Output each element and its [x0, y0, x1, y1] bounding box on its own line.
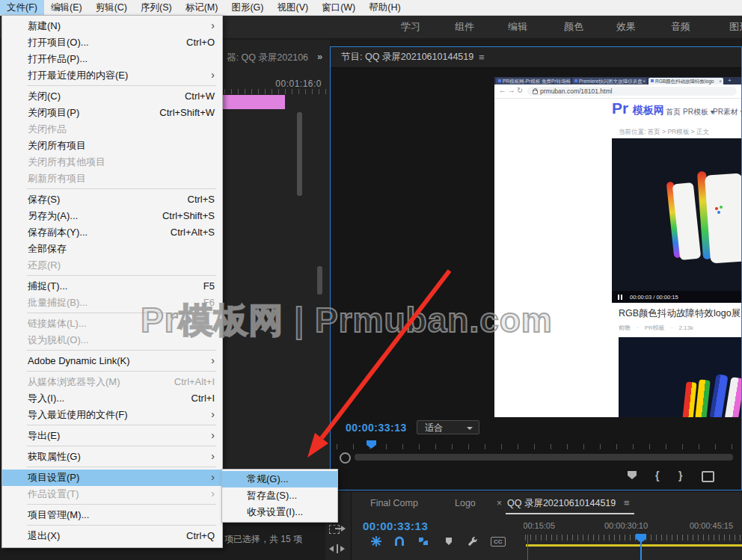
menu-shortcut: Ctrl+S [188, 191, 215, 208]
menu-item-40[interactable]: 退出(X)Ctrl+Q [2, 528, 222, 544]
close-icon[interactable]: × [643, 78, 646, 84]
menu-item-19[interactable]: 捕捉(T)...F5 [2, 278, 222, 295]
linked-selection-icon[interactable] [417, 535, 429, 547]
timeline-tab-1[interactable]: Final Comp [370, 492, 418, 514]
menu-item-3[interactable]: 打开作品(P)... [2, 51, 222, 67]
timeline-ruler[interactable]: 00:00:15:0500:00:30:1000:00:45:15 [524, 520, 742, 533]
menu-item-label: 批量捕捉(B)... [28, 295, 88, 311]
add-marker-icon[interactable] [628, 471, 637, 479]
timeline-tab-2[interactable]: Logo [455, 492, 476, 514]
site-nav-item-2[interactable]: PR模板 ▾ [683, 107, 714, 117]
menu-item-35[interactable]: 项目设置(P)› [2, 470, 222, 486]
marker-icon[interactable] [443, 535, 455, 547]
glitch-art-letter [705, 173, 742, 263]
trim-tool-icon[interactable] [329, 544, 347, 555]
menubar-item-6[interactable]: 图形(G) [224, 0, 270, 15]
menu-item-9[interactable]: 关闭所有项目 [2, 138, 222, 154]
tab-title: RGB颜色抖动故障特效logo [655, 78, 714, 84]
menubar-item-7[interactable]: 视图(V) [270, 0, 315, 15]
menu-separator [27, 425, 216, 425]
close-icon[interactable]: × [497, 492, 502, 514]
menu-item-36[interactable]: 作品设置(T)› [2, 486, 222, 502]
site-nav-item-3[interactable]: PR素材 ▾ [713, 107, 742, 117]
program-mini-ruler[interactable] [337, 444, 736, 449]
new-tab-icon[interactable]: + [728, 77, 732, 84]
menu-item-28[interactable]: 导入(I)...Ctrl+I [2, 390, 222, 407]
menubar-item-2[interactable]: 编辑(E) [44, 0, 89, 15]
zoom-level-select[interactable]: 适合 [417, 420, 479, 434]
menu-item-31[interactable]: 导出(E)› [2, 428, 222, 444]
tab-title: Premiere快闪图文故障仪表盘 [579, 78, 643, 84]
menubar-item-8[interactable]: 窗口(W) [315, 0, 362, 15]
close-icon[interactable]: × [719, 78, 722, 84]
mark-out-icon[interactable]: } [678, 470, 682, 481]
submenu-item-2[interactable]: 暂存盘(S)... [222, 487, 337, 504]
menubar-item-1[interactable]: 文件(F) [0, 0, 44, 15]
site-nav-item-1[interactable]: 首页 [666, 107, 681, 117]
workspace-tab-4[interactable]: 颜色 [564, 16, 583, 38]
menu-item-label: 关闭所有项目 [28, 138, 86, 154]
mark-in-icon[interactable]: { [655, 470, 659, 481]
source-panel-tab[interactable]: 器: QQ 录屏202106 [227, 52, 308, 64]
menu-item-7[interactable]: 关闭项目(P)Ctrl+Shift+W [2, 105, 222, 121]
workspace-tab-3[interactable]: 编辑 [508, 16, 527, 38]
captions-icon[interactable]: CC [491, 537, 506, 547]
panel-overflow-icon[interactable]: » [317, 51, 322, 62]
workspace-tab-6[interactable]: 音频 [671, 16, 690, 38]
submenu-item-1[interactable]: 常规(G)... [222, 471, 337, 487]
scrollbar[interactable] [297, 112, 302, 196]
reload-icon: ↻ [517, 86, 523, 94]
submenu-arrow-icon: › [211, 67, 215, 84]
timeline-timecode: 00:00:33:13 [363, 520, 428, 532]
menu-item-38[interactable]: 项目管理(M)... [2, 507, 222, 523]
submenu-item-3[interactable]: 收录设置(I)... [222, 504, 337, 520]
nest-sequence-icon[interactable] [370, 535, 382, 547]
timeline-tab-3[interactable]: QQ 录屏20210610144519 [507, 492, 616, 514]
menu-item-1[interactable]: 新建(N)› [2, 18, 222, 34]
close-icon[interactable]: × [566, 78, 569, 84]
menu-item-33[interactable]: 获取属性(G)› [2, 449, 222, 465]
menu-item-17[interactable]: 还原(R) [2, 257, 222, 274]
menu-item-14[interactable]: 另存为(A)...Ctrl+Shift+S [2, 208, 222, 224]
menu-item-4[interactable]: 打开最近使用的内容(E)› [2, 67, 222, 84]
scrollbar[interactable] [317, 266, 322, 295]
clip-segment-pink[interactable] [223, 95, 285, 109]
menubar-item-9[interactable]: 帮助(H) [362, 0, 407, 15]
menu-item-2[interactable]: 打开项目(O)...Ctrl+O [2, 34, 222, 51]
menu-separator [27, 504, 216, 505]
work-area-bar[interactable] [526, 544, 742, 547]
project-settings-submenu: 常规(G)...暂存盘(S)...收录设置(I)... [221, 469, 338, 523]
zoom-scroll-handle[interactable] [340, 452, 351, 464]
zoom-scroll-track[interactable] [355, 454, 733, 461]
menu-shortcut: Ctrl+Alt+I [174, 374, 215, 390]
snap-icon[interactable] [393, 535, 405, 547]
workspace-tab-5[interactable]: 效果 [616, 16, 636, 38]
workspace-tab-2[interactable]: 组件 [455, 16, 474, 38]
menubar-item-4[interactable]: 序列(S) [134, 0, 179, 15]
menubar-item-3[interactable]: 剪辑(C) [89, 0, 134, 15]
workspace-tab-7[interactable]: 图形 [729, 16, 742, 38]
menu-item-15[interactable]: 保存副本(Y)...Ctrl+Alt+S [2, 224, 222, 241]
browser-tab-2[interactable]: Premiere快闪图文故障仪表盘× [572, 78, 647, 84]
menu-item-8[interactable]: 关闭作品 [2, 121, 222, 138]
menu-item-10[interactable]: 关闭所有其他项目 [2, 154, 222, 170]
menu-item-16[interactable]: 全部保存 [2, 241, 222, 257]
submenu-item-label: 收录设置(I)... [247, 504, 303, 520]
menu-item-6[interactable]: 关闭(C)Ctrl+W [2, 88, 222, 105]
menubar-item-5[interactable]: 标记(M) [179, 0, 225, 15]
menu-item-29[interactable]: 导入最近使用的文件(F)› [2, 407, 222, 423]
menu-item-25[interactable]: Adobe Dynamic Link(K)› [2, 353, 222, 369]
panel-menu-icon[interactable]: ≡ [479, 47, 485, 67]
export-frame-icon[interactable] [702, 471, 714, 482]
panel-menu-icon[interactable]: ≡ [624, 492, 630, 514]
menu-item-11[interactable]: 刷新所有项目 [2, 170, 222, 187]
workspace-tab-1[interactable]: 学习 [401, 16, 420, 38]
browser-tab-1[interactable]: PR模板网-Pr模板 免费Pr转场特× [496, 78, 571, 84]
insert-overwrite-icon[interactable] [329, 523, 347, 535]
menu-shortcut: Ctrl+Q [186, 528, 215, 544]
program-tab[interactable]: 节目: QQ 录屏20210610144519 [341, 47, 473, 67]
menu-item-13[interactable]: 保存(S)Ctrl+S [2, 191, 222, 208]
menu-item-27[interactable]: 从媒体浏览器导入(M)Ctrl+Alt+I [2, 374, 222, 390]
wrench-icon[interactable] [467, 535, 479, 547]
browser-tab-3[interactable]: RGB颜色抖动故障特效logo× [649, 78, 723, 84]
